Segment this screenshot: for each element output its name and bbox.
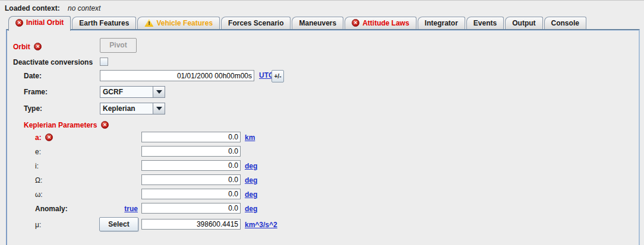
param-a-unit-link[interactable]: km bbox=[245, 133, 255, 142]
type-label: Type: bbox=[24, 104, 42, 113]
keplerian-parameters-label: Keplerian Parameters bbox=[24, 121, 109, 129]
plus-minus-button[interactable]: +/- bbox=[272, 70, 284, 82]
pivot-button[interactable]: Pivot bbox=[100, 38, 137, 53]
param-aop-input[interactable] bbox=[141, 189, 241, 199]
tab-label: Attitude Laws bbox=[362, 19, 409, 27]
param-i-input[interactable] bbox=[141, 160, 241, 171]
tab-label: Maneuvers bbox=[299, 19, 336, 27]
loaded-context-label: Loaded context: bbox=[5, 4, 60, 12]
orbit-section-label: Orbit bbox=[13, 43, 42, 51]
anomaly-label: Anomaly: bbox=[35, 205, 68, 213]
tab-label: Initial Orbit bbox=[26, 18, 64, 27]
mu-select-button[interactable]: Select bbox=[99, 217, 138, 231]
param-a-input[interactable] bbox=[141, 132, 241, 142]
chevron-down-icon[interactable] bbox=[153, 87, 165, 97]
error-icon bbox=[352, 19, 359, 27]
tab-label: Earth Features bbox=[79, 19, 129, 27]
top-divider bbox=[0, 0, 644, 1]
tab-console[interactable]: Console bbox=[544, 17, 586, 29]
error-icon bbox=[101, 121, 109, 129]
chevron-down-icon[interactable] bbox=[153, 103, 165, 114]
tab-integrator[interactable]: Integrator bbox=[418, 17, 465, 29]
error-icon bbox=[15, 19, 23, 27]
frame-selected-value: GCRF bbox=[100, 87, 153, 97]
tab-label: Vehicle Features bbox=[156, 19, 213, 27]
param-raan-unit-link[interactable]: deg bbox=[245, 176, 257, 184]
param-i-label: i: bbox=[35, 162, 39, 170]
error-icon bbox=[34, 43, 42, 50]
tab-label: Console bbox=[551, 19, 579, 27]
date-label: Date: bbox=[24, 72, 42, 80]
anomaly-unit-link[interactable]: deg bbox=[245, 205, 257, 213]
tab-bar: Initial Orbit Earth Features Vehicle Fea… bbox=[8, 16, 588, 31]
tab-earth-features[interactable]: Earth Features bbox=[72, 17, 136, 29]
param-aop-label: ω: bbox=[35, 190, 43, 199]
loaded-context-value: no context bbox=[68, 4, 100, 12]
param-a-label: a: bbox=[35, 133, 53, 142]
warning-icon bbox=[144, 19, 153, 27]
tab-forces-scenario[interactable]: Forces Scenario bbox=[221, 17, 291, 29]
initial-orbit-panel: Orbit Pivot Deactivate conversions Date:… bbox=[6, 29, 640, 245]
param-mu-input[interactable] bbox=[141, 219, 241, 230]
tab-attitude-laws[interactable]: Attitude Laws bbox=[345, 17, 416, 29]
type-selected-value: Keplerian bbox=[100, 103, 153, 114]
tab-label: Events bbox=[473, 19, 497, 27]
tab-initial-orbit[interactable]: Initial Orbit bbox=[8, 16, 71, 31]
param-mu-label: μ: bbox=[35, 221, 41, 229]
deactivate-conversions-label: Deactivate conversions bbox=[13, 58, 93, 66]
type-select[interactable]: Keplerian bbox=[100, 103, 165, 114]
frame-label: Frame: bbox=[24, 88, 48, 96]
param-mu-unit-link[interactable]: km^3/s^2 bbox=[245, 221, 277, 229]
param-i-unit-link[interactable]: deg bbox=[245, 162, 257, 170]
tab-label: Forces Scenario bbox=[228, 19, 283, 27]
param-raan-label: Ω: bbox=[35, 176, 42, 184]
tab-vehicle-features[interactable]: Vehicle Features bbox=[137, 17, 220, 29]
param-e-input[interactable] bbox=[141, 146, 241, 157]
tab-maneuvers[interactable]: Maneuvers bbox=[292, 17, 343, 29]
deactivate-conversions-checkbox[interactable] bbox=[100, 58, 108, 66]
frame-select[interactable]: GCRF bbox=[100, 86, 165, 98]
param-raan-input[interactable] bbox=[141, 174, 241, 185]
param-e-label: e: bbox=[35, 148, 41, 156]
tab-events[interactable]: Events bbox=[466, 17, 504, 29]
date-input[interactable] bbox=[100, 70, 254, 81]
tab-output[interactable]: Output bbox=[505, 17, 542, 29]
anomaly-type-link[interactable]: true bbox=[100, 205, 138, 213]
error-icon bbox=[45, 133, 53, 141]
tab-label: Output bbox=[512, 19, 535, 27]
param-aop-unit-link[interactable]: deg bbox=[245, 190, 257, 199]
tab-label: Integrator bbox=[425, 19, 458, 27]
anomaly-input[interactable] bbox=[141, 203, 241, 214]
loaded-context-bar: Loaded context: no context bbox=[5, 4, 100, 12]
